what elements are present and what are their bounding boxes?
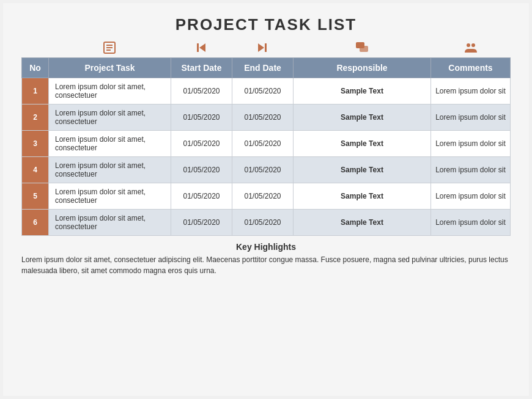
row-start-date: 01/05/2020: [171, 104, 232, 131]
row-start-date: 01/05/2020: [171, 210, 232, 236]
row-task: Lorem ipsum dolor sit amet, consectetuer: [49, 104, 171, 131]
row-number: 1: [22, 78, 49, 104]
row-end-date: 01/05/2020: [232, 157, 294, 183]
row-end-date: 01/05/2020: [232, 183, 294, 210]
svg-marker-6: [258, 43, 264, 52]
row-responsible: Sample Text: [294, 104, 431, 131]
row-comments: Lorem ipsum dolor sit: [431, 104, 511, 131]
row-comments: Lorem ipsum dolor sit: [431, 131, 511, 157]
row-responsible: Sample Text: [294, 183, 431, 210]
row-end-date: 01/05/2020: [232, 210, 294, 236]
table-row: 5Lorem ipsum dolor sit amet, consectetue…: [22, 183, 511, 210]
page-title: PROJECT TASK LIST: [21, 15, 511, 34]
svg-rect-7: [265, 43, 267, 52]
svg-marker-4: [199, 43, 205, 52]
key-highlights-label: Key Highlights: [21, 242, 511, 252]
table-row: 6Lorem ipsum dolor sit amet, consectetue…: [22, 210, 511, 236]
col-end: End Date: [232, 58, 294, 78]
row-task: Lorem ipsum dolor sit amet, consectetuer: [49, 210, 171, 236]
table-row: 2Lorem ipsum dolor sit amet, consectetue…: [22, 104, 511, 131]
row-task: Lorem ipsum dolor sit amet, consectetuer: [49, 78, 171, 104]
row-task: Lorem ipsum dolor sit amet, consectetuer: [49, 157, 171, 183]
col-no: No: [22, 58, 49, 78]
responsible-icon-cell: [293, 40, 431, 55]
col-task: Project Task: [49, 58, 171, 78]
row-start-date: 01/05/2020: [171, 131, 232, 157]
table-row: 3Lorem ipsum dolor sit amet, consectetue…: [22, 131, 511, 157]
row-comments: Lorem ipsum dolor sit: [431, 210, 511, 236]
row-end-date: 01/05/2020: [232, 78, 294, 104]
row-number: 3: [22, 131, 49, 157]
row-number: 2: [22, 104, 49, 131]
row-responsible: Sample Text: [294, 131, 431, 157]
responsible-icon: [355, 40, 369, 55]
row-end-date: 01/05/2020: [232, 131, 294, 157]
row-number: 6: [22, 210, 49, 236]
slide: PROJECT TASK LIST: [3, 3, 529, 396]
row-comments: Lorem ipsum dolor sit: [431, 157, 511, 183]
table-header-row: No Project Task Start Date End Date Resp…: [22, 58, 511, 78]
svg-rect-5: [197, 43, 199, 52]
table-row: 4Lorem ipsum dolor sit amet, consectetue…: [22, 157, 511, 183]
end-icon-cell: [232, 40, 293, 55]
col-start: Start Date: [171, 58, 232, 78]
end-date-icon: [255, 40, 270, 55]
task-icon-cell: [48, 40, 171, 55]
comments-icon: [464, 40, 478, 55]
row-number: 4: [22, 157, 49, 183]
svg-point-10: [467, 43, 470, 47]
row-start-date: 01/05/2020: [171, 78, 232, 104]
row-responsible: Sample Text: [294, 210, 431, 236]
row-task: Lorem ipsum dolor sit amet, consectetuer: [49, 183, 171, 210]
list-icon: [102, 40, 117, 55]
start-icon-cell: [171, 40, 232, 55]
row-comments: Lorem ipsum dolor sit: [431, 183, 511, 210]
key-highlights-text: Lorem ipsum dolor sit amet, consectetuer…: [21, 254, 511, 276]
col-comments: Comments: [431, 58, 511, 78]
task-table: No Project Task Start Date End Date Resp…: [21, 57, 511, 236]
row-task: Lorem ipsum dolor sit amet, consectetuer: [49, 131, 171, 157]
row-responsible: Sample Text: [294, 157, 431, 183]
comments-icon-cell: [431, 40, 511, 55]
table-row: 1Lorem ipsum dolor sit amet, consectetue…: [22, 78, 511, 104]
row-end-date: 01/05/2020: [232, 104, 294, 131]
col-responsible: Responsible: [294, 58, 431, 78]
row-start-date: 01/05/2020: [171, 157, 232, 183]
row-number: 5: [22, 183, 49, 210]
svg-point-11: [471, 43, 475, 47]
column-icons-row: [21, 40, 511, 57]
row-responsible: Sample Text: [294, 78, 431, 104]
row-start-date: 01/05/2020: [171, 183, 232, 210]
svg-rect-9: [360, 46, 368, 52]
row-comments: Lorem ipsum dolor sit: [431, 78, 511, 104]
start-date-icon: [194, 40, 209, 55]
